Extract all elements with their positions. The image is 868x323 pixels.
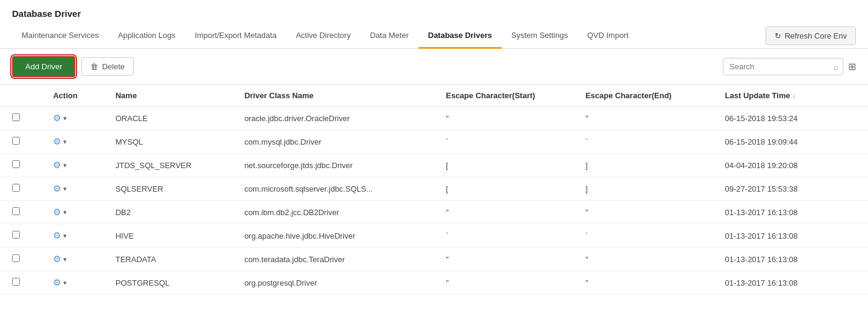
row-action-cell: ⚙ ▾ [41, 248, 104, 271]
row-esc-end: ` [573, 130, 713, 154]
row-checkbox[interactable] [12, 113, 20, 121]
gear-icon[interactable]: ⚙ [53, 207, 61, 218]
gear-dropdown-arrow[interactable]: ▾ [63, 138, 67, 146]
nav-item-applogs[interactable]: Application Logs [108, 24, 185, 49]
drivers-table: Action Name Driver Class Name Escape Cha… [0, 84, 868, 295]
gear-dropdown-arrow[interactable]: ▾ [63, 232, 67, 240]
gear-icon[interactable]: ⚙ [53, 230, 61, 241]
row-action-cell: ⚙ ▾ [41, 201, 104, 224]
row-action-cell: ⚙ ▾ [41, 130, 104, 154]
delete-button[interactable]: 🗑 Delete [81, 57, 134, 76]
nav-item-syssettings[interactable]: System Settings [502, 24, 578, 49]
gear-dropdown-arrow[interactable]: ▾ [63, 209, 67, 216]
row-esc-end: " [573, 201, 713, 224]
row-esc-start: " [434, 248, 573, 271]
row-checkbox[interactable] [12, 231, 20, 239]
row-name: HIVE [104, 224, 233, 248]
gear-dropdown-arrow[interactable]: ▾ [63, 114, 67, 122]
row-esc-end: " [573, 271, 713, 295]
header-name: Name [104, 85, 233, 107]
row-esc-end: ` [573, 224, 713, 248]
row-esc-start: " [434, 201, 573, 224]
row-action-cell: ⚙ ▾ [41, 107, 104, 130]
row-name: DB2 [104, 201, 233, 224]
row-checkbox-cell [0, 224, 41, 248]
gear-icon[interactable]: ⚙ [53, 113, 61, 124]
gear-icon[interactable]: ⚙ [53, 254, 61, 265]
header-last-update: Last Update Time ↓ [713, 85, 868, 107]
trash-icon: 🗑 [90, 62, 98, 71]
search-input[interactable] [723, 58, 843, 75]
row-esc-end: " [573, 107, 713, 130]
gear-dropdown-arrow[interactable]: ▾ [63, 256, 67, 263]
table-row: ⚙ ▾ MYSQL com.mysql.jdbc.Driver ` ` 06-1… [0, 130, 868, 154]
gear-icon[interactable]: ⚙ [53, 277, 61, 288]
row-checkbox[interactable] [12, 160, 20, 168]
nav-item-qvdimport[interactable]: QVD Import [578, 24, 639, 49]
gear-icon[interactable]: ⚙ [53, 183, 61, 194]
gear-icon[interactable]: ⚙ [53, 136, 61, 147]
row-driver-class: com.teradata.jdbc.TeraDriver [233, 248, 434, 271]
table-body: ⚙ ▾ ORACLE oracle.jdbc.driver.OracleDriv… [0, 107, 868, 295]
nav-item-activedir[interactable]: Active Directory [286, 24, 360, 49]
row-checkbox[interactable] [12, 137, 20, 145]
table-row: ⚙ ▾ TERADATA com.teradata.jdbc.TeraDrive… [0, 248, 868, 271]
header-checkbox [0, 85, 41, 107]
row-last-update: 04-04-2018 19:20:08 [713, 154, 868, 177]
action-col: ⚙ ▾ [53, 254, 92, 265]
table-row: ⚙ ▾ HIVE org.apache.hive.jdbc.HiveDriver… [0, 224, 868, 248]
row-last-update: 09-27-2017 15:53:38 [713, 177, 868, 201]
nav-item-dbdrivers[interactable]: Database Drivers [419, 24, 502, 49]
search-input-wrap: ⌕ [723, 58, 843, 75]
row-checkbox[interactable] [12, 278, 20, 286]
row-checkbox[interactable] [12, 184, 20, 192]
search-area: ⌕ ⊞ [723, 58, 856, 75]
row-last-update: 01-13-2017 16:13:08 [713, 271, 868, 295]
action-col: ⚙ ▾ [53, 207, 92, 218]
row-esc-start: " [434, 271, 573, 295]
search-icon: ⌕ [834, 62, 838, 72]
row-esc-start: ` [434, 130, 573, 154]
gear-icon[interactable]: ⚙ [53, 160, 61, 171]
row-name: POSTGRESQL [104, 271, 233, 295]
row-last-update: 01-13-2017 16:13:08 [713, 224, 868, 248]
gear-dropdown-arrow[interactable]: ▾ [63, 185, 67, 193]
row-driver-class: oracle.jdbc.driver.OracleDriver [233, 107, 434, 130]
refresh-label: Refresh Core Env [785, 31, 847, 40]
table-row: ⚙ ▾ ORACLE oracle.jdbc.driver.OracleDriv… [0, 107, 868, 130]
row-driver-class: com.microsoft.sqlserver.jdbc.SQLS... [233, 177, 434, 201]
row-checkbox[interactable] [12, 254, 20, 262]
action-col: ⚙ ▾ [53, 136, 92, 147]
row-checkbox-cell [0, 201, 41, 224]
nav-bar: Maintenance Services Application Logs Im… [0, 24, 868, 49]
row-checkbox[interactable] [12, 207, 20, 215]
row-name: MYSQL [104, 130, 233, 154]
gear-dropdown-arrow[interactable]: ▾ [63, 279, 67, 287]
row-name: ORACLE [104, 107, 233, 130]
table-row: ⚙ ▾ SQLSERVER com.microsoft.sqlserver.jd… [0, 177, 868, 201]
action-col: ⚙ ▾ [53, 160, 92, 171]
action-col: ⚙ ▾ [53, 230, 92, 241]
row-checkbox-cell [0, 271, 41, 295]
row-driver-class: org.postgresql.Driver [233, 271, 434, 295]
refresh-core-env-button[interactable]: ↻ Refresh Core Env [766, 27, 856, 45]
row-esc-start: [ [434, 154, 573, 177]
nav-item-datameter[interactable]: Data Meter [360, 24, 418, 49]
grid-view-icon[interactable]: ⊞ [848, 61, 856, 72]
row-checkbox-cell [0, 130, 41, 154]
nav-item-importexport[interactable]: Import/Export Metadata [185, 24, 286, 49]
gear-dropdown-arrow[interactable]: ▾ [63, 162, 67, 169]
sort-arrow-icon[interactable]: ↓ [792, 92, 796, 100]
row-driver-class: org.apache.hive.jdbc.HiveDriver [233, 224, 434, 248]
row-name: SQLSERVER [104, 177, 233, 201]
add-driver-button[interactable]: Add Driver [12, 56, 75, 77]
row-esc-start: " [434, 107, 573, 130]
row-checkbox-cell [0, 154, 41, 177]
row-driver-class: com.mysql.jdbc.Driver [233, 130, 434, 154]
toolbar: Add Driver 🗑 Delete ⌕ ⊞ [0, 49, 868, 84]
row-action-cell: ⚙ ▾ [41, 271, 104, 295]
row-driver-class: net.sourceforge.jtds.jdbc.Driver [233, 154, 434, 177]
row-esc-start: [ [434, 177, 573, 201]
row-esc-start: ` [434, 224, 573, 248]
nav-item-maintenance[interactable]: Maintenance Services [12, 24, 108, 49]
